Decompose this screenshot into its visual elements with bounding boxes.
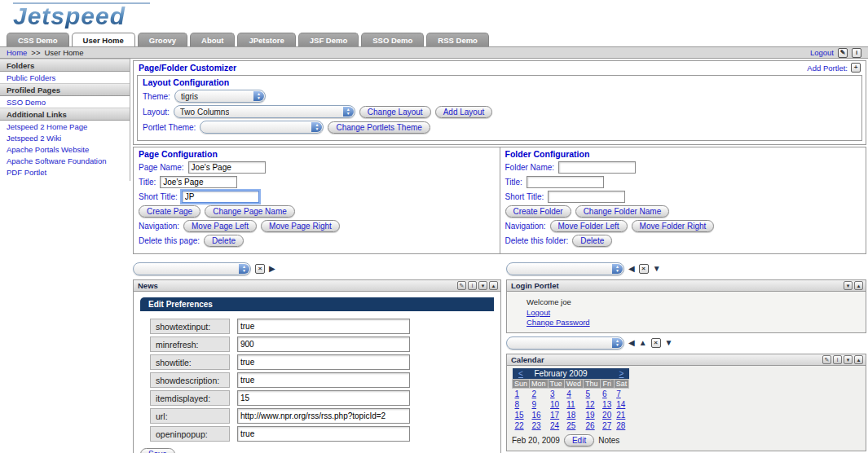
sidebar-item-apache-foundation[interactable]: Apache Software Foundation bbox=[0, 155, 130, 166]
sidebar-item-jetspeed-wiki[interactable]: Jetspeed 2 Wiki bbox=[0, 132, 130, 143]
tab-jsf-demo[interactable]: JSF Demo bbox=[298, 33, 359, 46]
tab-jpetstore[interactable]: JPetstore bbox=[237, 33, 295, 46]
calendar-date-link[interactable]: 3 bbox=[550, 389, 555, 398]
minimize-icon[interactable]: ▾ bbox=[478, 281, 487, 290]
edit-page-icon[interactable]: ✎ bbox=[838, 48, 848, 58]
sidebar-item-jetspeed-home[interactable]: Jetspeed 2 Home Page bbox=[0, 121, 130, 132]
calendar-prev-month-link[interactable]: < bbox=[518, 369, 523, 378]
save-button[interactable]: Save bbox=[140, 448, 175, 453]
change-folder-name-button[interactable]: Change Folder Name bbox=[575, 205, 670, 218]
calendar-date-link[interactable]: 6 bbox=[602, 389, 607, 398]
calendar-date-link[interactable]: 4 bbox=[566, 389, 571, 398]
sidebar-item-apache-portals[interactable]: Apache Portals Website bbox=[0, 143, 130, 155]
calendar-date-link[interactable]: 14 bbox=[616, 400, 625, 409]
move-right-arrow-icon[interactable]: ▶ bbox=[269, 265, 275, 273]
page-name-field[interactable] bbox=[188, 161, 266, 174]
pref-field-minrefresh[interactable] bbox=[237, 336, 410, 352]
calendar-date-link[interactable]: 20 bbox=[602, 411, 611, 420]
minimize-icon[interactable]: ▾ bbox=[844, 355, 853, 364]
calendar-date-link[interactable]: 7 bbox=[616, 389, 621, 398]
calendar-date-link[interactable]: 8 bbox=[515, 400, 520, 409]
create-folder-button[interactable]: Create Folder bbox=[505, 205, 571, 218]
add-portlet-plus-icon[interactable]: + bbox=[851, 63, 861, 73]
tab-css-demo[interactable]: CSS Demo bbox=[7, 33, 69, 46]
edit-icon[interactable]: ✎ bbox=[822, 355, 831, 364]
calendar-date-link[interactable]: 22 bbox=[515, 421, 524, 430]
page-short-title-field[interactable] bbox=[182, 191, 259, 203]
move-left-arrow-icon[interactable]: ◀ bbox=[628, 339, 635, 347]
calendar-date-link[interactable]: 13 bbox=[602, 400, 611, 409]
change-portlets-theme-button[interactable]: Change Portlets Theme bbox=[328, 121, 430, 134]
right-column-portlet-select-1[interactable] bbox=[506, 262, 624, 275]
tab-rss-demo[interactable]: RSS Demo bbox=[426, 33, 489, 46]
move-folder-left-button[interactable]: Move Folder Left bbox=[550, 220, 628, 232]
calendar-date-link[interactable]: 28 bbox=[616, 421, 625, 430]
folder-short-title-field[interactable] bbox=[548, 191, 625, 203]
move-folder-right-button[interactable]: Move Folder Right bbox=[632, 220, 715, 232]
calendar-date-link[interactable]: 5 bbox=[586, 389, 591, 398]
calendar-edit-button[interactable]: Edit bbox=[564, 434, 594, 446]
calendar-date-link[interactable]: 1 bbox=[515, 389, 520, 398]
tab-sso-demo[interactable]: SSO Demo bbox=[361, 33, 424, 46]
calendar-date-link[interactable]: 17 bbox=[550, 411, 559, 420]
help-icon[interactable]: i bbox=[468, 281, 477, 290]
calendar-date-link[interactable]: 23 bbox=[532, 421, 541, 430]
pref-field-showtextinput[interactable] bbox=[237, 319, 410, 334]
move-page-right-button[interactable]: Move Page Right bbox=[261, 220, 340, 232]
change-page-name-button[interactable]: Change Page Name bbox=[205, 205, 295, 218]
remove-portlet-icon[interactable]: × bbox=[651, 338, 661, 348]
folder-title-field[interactable] bbox=[527, 176, 604, 188]
calendar-date-link[interactable]: 24 bbox=[550, 421, 559, 430]
calendar-date-link[interactable]: 18 bbox=[566, 411, 575, 420]
maximize-icon[interactable]: ▴ bbox=[489, 281, 498, 290]
sidebar-item-public-folders[interactable]: Public Folders bbox=[0, 72, 130, 83]
calendar-date-link[interactable]: 10 bbox=[550, 400, 559, 409]
add-layout-button[interactable]: Add Layout bbox=[435, 106, 493, 118]
change-password-link[interactable]: Change Password bbox=[527, 318, 590, 327]
calendar-date-link[interactable]: 16 bbox=[532, 411, 541, 420]
pref-field-showtitle[interactable] bbox=[237, 354, 410, 370]
help-icon[interactable]: i bbox=[833, 355, 842, 364]
calendar-date-link[interactable]: 12 bbox=[586, 400, 595, 409]
portlet-logout-link[interactable]: Logout bbox=[527, 308, 550, 317]
right-column-portlet-select-2[interactable] bbox=[506, 336, 624, 350]
calendar-date-link[interactable]: 15 bbox=[515, 411, 524, 420]
pref-field-openinpopup[interactable] bbox=[237, 426, 410, 442]
breadcrumb-home-link[interactable]: Home bbox=[7, 48, 27, 57]
portlet-theme-select[interactable] bbox=[200, 121, 324, 134]
sidebar-item-pdf-portlet[interactable]: PDF Portlet bbox=[0, 166, 130, 178]
move-down-arrow-icon[interactable]: ▼ bbox=[653, 265, 661, 273]
folder-name-field[interactable] bbox=[558, 161, 636, 174]
calendar-date-link[interactable]: 2 bbox=[532, 389, 537, 398]
layout-select[interactable]: Two Columns bbox=[174, 105, 355, 118]
move-down-arrow-icon[interactable]: ▼ bbox=[665, 339, 673, 347]
left-column-portlet-select[interactable] bbox=[133, 262, 251, 275]
calendar-date-link[interactable]: 11 bbox=[566, 400, 575, 409]
sidebar-item-sso-demo[interactable]: SSO Demo bbox=[0, 96, 130, 108]
theme-select[interactable]: tigris bbox=[174, 90, 266, 103]
calendar-date-link[interactable]: 27 bbox=[602, 421, 611, 430]
pref-field-itemdisplayed[interactable] bbox=[237, 390, 410, 406]
minimize-icon[interactable]: ▾ bbox=[844, 281, 853, 290]
page-title-field[interactable] bbox=[160, 176, 237, 188]
delete-folder-button[interactable]: Delete bbox=[572, 235, 612, 247]
move-page-left-button[interactable]: Move Page Left bbox=[183, 220, 257, 232]
remove-portlet-icon[interactable]: × bbox=[639, 264, 649, 274]
delete-page-button[interactable]: Delete bbox=[204, 235, 244, 247]
calendar-date-link[interactable]: 9 bbox=[532, 400, 537, 409]
move-up-arrow-icon[interactable]: ▲ bbox=[639, 339, 647, 347]
pref-field-showdescription[interactable] bbox=[237, 372, 410, 388]
pref-field-url[interactable] bbox=[237, 408, 410, 424]
tab-groovy[interactable]: Groovy bbox=[138, 33, 187, 46]
logout-link[interactable]: Logout bbox=[810, 48, 834, 57]
create-page-button[interactable]: Create Page bbox=[139, 205, 200, 218]
edit-icon[interactable]: ✎ bbox=[457, 281, 466, 290]
calendar-date-link[interactable]: 19 bbox=[586, 411, 595, 420]
info-icon[interactable]: i bbox=[852, 48, 861, 58]
move-left-arrow-icon[interactable]: ◀ bbox=[628, 265, 635, 273]
tab-about[interactable]: About bbox=[190, 33, 235, 46]
calendar-next-month-link[interactable]: > bbox=[619, 369, 624, 378]
maximize-icon[interactable]: ▴ bbox=[854, 281, 863, 290]
calendar-date-link[interactable]: 21 bbox=[616, 411, 625, 420]
remove-portlet-icon[interactable]: × bbox=[255, 264, 265, 274]
